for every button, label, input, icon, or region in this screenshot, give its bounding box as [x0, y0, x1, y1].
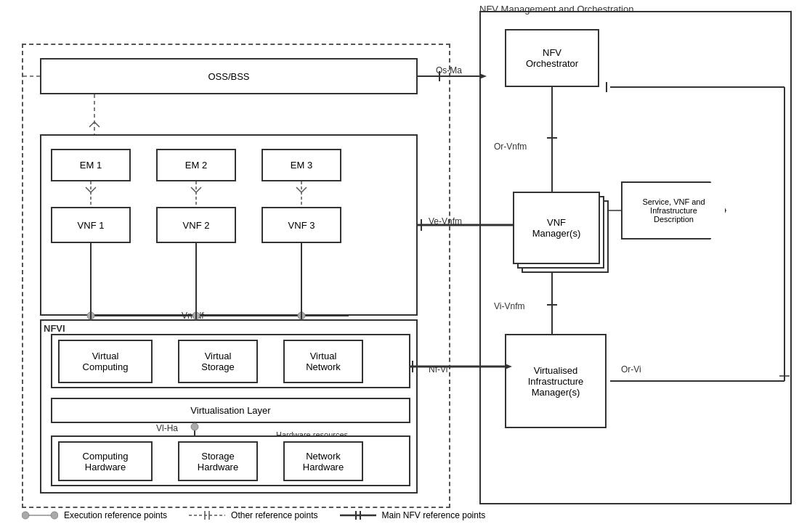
legend-execution-ref: Execution reference points: [22, 510, 167, 521]
vl-ha-label: Vl-Ha: [156, 423, 178, 433]
svg-point-46: [22, 512, 29, 519]
em1-label: EM 1: [80, 160, 102, 171]
em1-box: EM 1: [51, 149, 131, 181]
or-vi-label: Or-Vi: [621, 364, 641, 375]
other-ref-label: Other reference points: [231, 510, 317, 520]
vi-vnfm-label: Vi-Vnfm: [494, 301, 524, 311]
oss-bss-box: OSS/BSS: [40, 58, 418, 94]
nfv-orchestrator-label: NFV Orchestrator: [526, 47, 578, 69]
em3-box: EM 3: [261, 149, 341, 181]
virtualisation-layer-label: Virtualisation Layer: [190, 405, 270, 416]
virtual-network-label: Virtual Network: [306, 351, 341, 372]
vnf3-label: VNF 3: [288, 220, 315, 231]
nfv-mgmt-title: NFV Management and Orchestration: [479, 4, 633, 15]
legend: Execution reference points Other referen…: [22, 510, 485, 521]
network-hardware-box: Network Hardware: [283, 441, 363, 481]
or-vnfm-label: Or-Vnfm: [494, 142, 527, 152]
diagram-container: NFV Management and Orchestration OSS/BSS…: [0, 0, 807, 532]
ve-vnfm-label: Ve-Vnfm: [429, 216, 462, 226]
computing-hardware-box: Computing Hardware: [58, 441, 153, 481]
nf-vi-label: Nf-Vi: [429, 364, 447, 375]
computing-hardware-label: Computing Hardware: [83, 451, 129, 472]
storage-hardware-box: Storage Hardware: [178, 441, 258, 481]
nfv-orchestrator-box: NFV Orchestrator: [505, 29, 599, 87]
legend-main-nfv-ref: Main NFV reference points: [340, 510, 486, 521]
em3-label: EM 3: [291, 160, 312, 171]
service-desc-box: Service, VNF and Infrastructure Descript…: [621, 181, 726, 240]
virtual-computing-label: Virtual Computing: [83, 351, 129, 372]
main-nfv-ref-icon: [340, 510, 376, 521]
vnf2-box: VNF 2: [156, 207, 236, 243]
other-ref-icon: [189, 510, 225, 521]
vnf2-label: VNF 2: [183, 220, 210, 231]
vim-box: Virtualised Infrastructure Manager(s): [505, 334, 607, 428]
vim-label: Virtualised Infrastructure Manager(s): [528, 365, 584, 398]
vnf1-box: VNF 1: [51, 207, 131, 243]
execution-ref-icon: [22, 510, 58, 521]
storage-hardware-label: Storage Hardware: [198, 451, 238, 472]
svg-point-47: [51, 512, 58, 519]
vn-nf-label: Vn-Nf: [182, 311, 204, 321]
oss-bss-label: OSS/BSS: [208, 71, 249, 82]
vnf1-label: VNF 1: [78, 220, 105, 231]
service-desc-label: Service, VNF and Infrastructure Descript…: [642, 197, 705, 224]
execution-ref-label: Execution reference points: [64, 510, 167, 520]
vnf3-box: VNF 3: [261, 207, 341, 243]
em2-box: EM 2: [156, 149, 236, 181]
virtual-storage-label: Virtual Storage: [201, 351, 235, 372]
virtual-storage-box: Virtual Storage: [178, 340, 258, 383]
virtualisation-layer-box: Virtualisation Layer: [51, 398, 410, 423]
virtual-computing-box: Virtual Computing: [58, 340, 153, 383]
main-nfv-ref-label: Main NFV reference points: [382, 510, 486, 520]
vnf-manager-label: VNF Manager(s): [532, 217, 580, 239]
virtual-network-box: Virtual Network: [283, 340, 363, 383]
network-hardware-label: Network Hardware: [303, 451, 344, 472]
em2-label: EM 2: [185, 160, 207, 171]
vnf-manager-box-front: VNF Manager(s): [513, 192, 600, 264]
nfvi-label: NFVI: [44, 323, 65, 334]
legend-other-ref: Other reference points: [189, 510, 317, 521]
os-ma-label: Os-Ma: [436, 65, 462, 75]
